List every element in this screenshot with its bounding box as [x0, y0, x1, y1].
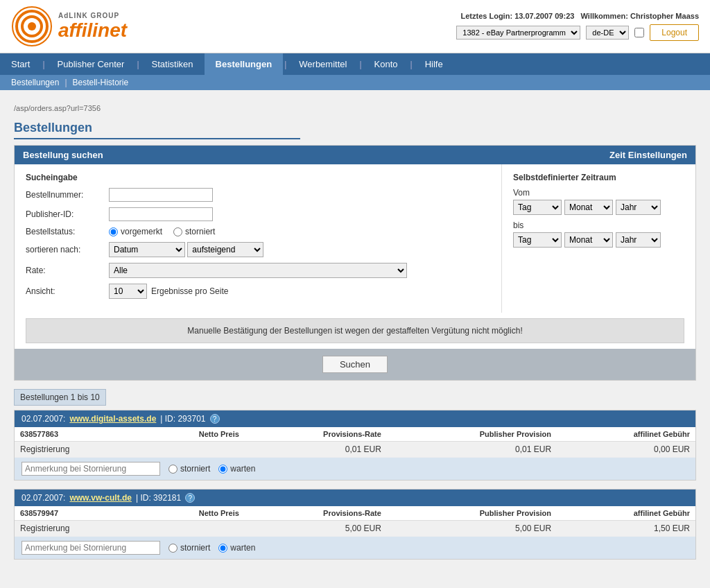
- vorgemerkt-radio[interactable]: [109, 227, 118, 236]
- rate-select[interactable]: Alle: [109, 263, 407, 278]
- locale-checkbox[interactable]: [634, 28, 644, 37]
- publisher-id-input[interactable]: [109, 207, 213, 221]
- publisher-val-2: 5,00 EUR: [387, 521, 557, 537]
- order-select[interactable]: aufsteigend: [187, 242, 263, 257]
- ansicht-select[interactable]: 10: [109, 284, 147, 299]
- affi-val-1: 0,00 EUR: [557, 442, 695, 458]
- bis-monat-select[interactable]: Monat: [564, 232, 613, 248]
- sortieren-select[interactable]: Datum: [109, 242, 185, 257]
- order-row-2: Registrierung 5,00 EUR 5,00 EUR 1,50 EUR: [15, 521, 695, 537]
- warning-box: Manuelle Bestätigung der Bestellungen is…: [26, 318, 684, 343]
- header: AdLINK GROUP affilinet Letztes Login: 13…: [0, 0, 710, 53]
- bestellstatus-group: Bestellstatus: vorgemerkt storniert: [26, 227, 490, 236]
- page-title: Bestellungen: [14, 121, 300, 139]
- search-button[interactable]: Suchen: [322, 356, 388, 373]
- rate-group: Rate: Alle: [26, 263, 490, 278]
- bis-selects: Tag Monat Jahr: [513, 232, 684, 248]
- warten-radio-1[interactable]: [218, 465, 227, 474]
- col-publisher-1: Publisher Provision: [387, 427, 557, 442]
- warten-label-1: warten: [230, 464, 255, 474]
- nav-sep-3: |: [283, 60, 288, 69]
- nav-sep-2: |: [135, 60, 140, 69]
- order-id-1: | ID: 293701: [160, 414, 205, 424]
- col-order-num-2: 638579947: [15, 506, 139, 521]
- bis-label: bis: [513, 220, 684, 230]
- nav-werbemittel[interactable]: Werbemittel: [288, 53, 358, 75]
- order-row-1: Registrierung 0,01 EUR 0,01 EUR 0,00 EUR: [15, 442, 695, 458]
- nav-hilfe[interactable]: Hilfe: [414, 53, 454, 75]
- vom-jahr-select[interactable]: Jahr: [616, 200, 661, 215]
- vom-tag-select[interactable]: Tag: [513, 200, 562, 215]
- storniert-option[interactable]: storniert: [173, 227, 215, 236]
- storniert-radio-2[interactable]: [168, 544, 178, 553]
- locale-select[interactable]: de-DE: [586, 26, 629, 40]
- last-login-label: Letztes Login:: [461, 12, 513, 20]
- storniert-label-2: storniert: [180, 543, 210, 553]
- breadcrumb: Bestellungen | Bestell-Historie: [0, 75, 710, 90]
- vom-row: Vom Tag Monat Jahr: [513, 188, 684, 215]
- netto-val-1: [139, 442, 245, 458]
- nav-sep-5: |: [409, 60, 414, 69]
- col-order-num-1: 638577863: [15, 427, 139, 442]
- svg-point-3: [28, 22, 36, 31]
- storniert-option-1[interactable]: storniert: [168, 464, 210, 474]
- order-help-icon-2[interactable]: ?: [185, 493, 195, 503]
- order-date-2: 02.07.2007:: [21, 493, 65, 503]
- nav-bestellungen[interactable]: Bestellungen: [205, 53, 284, 75]
- welcome-name: Christopher Maass: [630, 12, 699, 20]
- warten-option-2[interactable]: warten: [218, 543, 255, 553]
- bestellnummer-input[interactable]: [109, 188, 213, 202]
- header-controls: 1382 - eBay Partnerprogramm de-DE Logout: [456, 24, 699, 41]
- url-path: /asp/orders.asp?url=7356: [14, 104, 696, 112]
- netto-val-2: [139, 521, 245, 537]
- warten-option-1[interactable]: warten: [218, 464, 255, 474]
- welcome-label: Willkommen:: [581, 12, 628, 20]
- vorgemerkt-option[interactable]: vorgemerkt: [109, 227, 162, 236]
- bis-jahr-select[interactable]: Jahr: [616, 232, 661, 248]
- nav-statistiken[interactable]: Statistiken: [141, 53, 205, 75]
- search-header-label: Bestellung suchen: [23, 150, 103, 160]
- order-header-1: 02.07.2007: www.digital-assets.de | ID: …: [15, 410, 695, 427]
- anmerkung-input-2[interactable]: [21, 541, 160, 555]
- breadcrumb-bestellungen[interactable]: Bestellungen: [11, 78, 59, 87]
- bestellstatus-radio-group: vorgemerkt storniert: [109, 227, 215, 236]
- sortieren-group: sortieren nach: Datum aufsteigend: [26, 242, 490, 257]
- program-select[interactable]: 1382 - eBay Partnerprogramm: [456, 26, 580, 40]
- order-link-1[interactable]: www.digital-assets.de: [69, 414, 156, 424]
- anmerkung-input-1[interactable]: [21, 462, 160, 476]
- main-content: /asp/orders.asp?url=7356 Bestellungen Be…: [0, 90, 710, 582]
- col-affi-1: affilinet Gebühr: [557, 427, 695, 442]
- time-header-label: Zeit Einstellungen: [609, 150, 687, 160]
- rate-val-2: 5,00 EUR: [245, 521, 387, 537]
- vom-selects: Tag Monat Jahr: [513, 200, 684, 215]
- col-netto-2: Netto Preis: [139, 506, 245, 521]
- order-footer-2: storniert warten: [15, 537, 695, 559]
- order-table-1: 638577863 Netto Preis Provisions-Rate Pu…: [15, 427, 695, 458]
- sucheingabe-title: Sucheingabe: [26, 173, 490, 182]
- vom-monat-select[interactable]: Monat: [564, 200, 613, 215]
- order-help-icon-1[interactable]: ?: [210, 414, 220, 424]
- order-table-2: 638579947 Netto Preis Provisions-Rate Pu…: [15, 506, 695, 537]
- col-netto-1: Netto Preis: [139, 427, 245, 442]
- nav-start[interactable]: Start: [0, 53, 41, 75]
- nav-publisher-center[interactable]: Publisher Center: [46, 53, 136, 75]
- storniert-radio[interactable]: [173, 227, 182, 236]
- order-link-2[interactable]: www.vw-cult.de: [69, 493, 132, 503]
- order-date-1: 02.07.2007:: [21, 414, 65, 424]
- rate-label: Rate:: [26, 266, 109, 275]
- order-block-1: 02.07.2007: www.digital-assets.de | ID: …: [14, 410, 696, 481]
- breadcrumb-bestell-historie: Bestell-Historie: [73, 78, 129, 87]
- storniert-option-2[interactable]: storniert: [168, 543, 210, 553]
- logout-button[interactable]: Logout: [650, 24, 699, 41]
- nav-konto[interactable]: Konto: [363, 53, 409, 75]
- rate-val-1: 0,01 EUR: [245, 442, 387, 458]
- bestellnummer-group: Bestellnummer:: [26, 188, 490, 202]
- section-header: Bestellung suchen Zeit Einstellungen: [15, 146, 695, 164]
- storniert-radio-1[interactable]: [168, 465, 178, 474]
- bis-row: bis Tag Monat Jahr: [513, 220, 684, 248]
- warten-label-2: warten: [230, 543, 255, 553]
- order-header-2: 02.07.2007: www.vw-cult.de | ID: 392181 …: [15, 490, 695, 506]
- warten-radio-2[interactable]: [218, 544, 227, 553]
- bis-tag-select[interactable]: Tag: [513, 232, 562, 248]
- ansicht-label: Ansicht:: [26, 286, 109, 296]
